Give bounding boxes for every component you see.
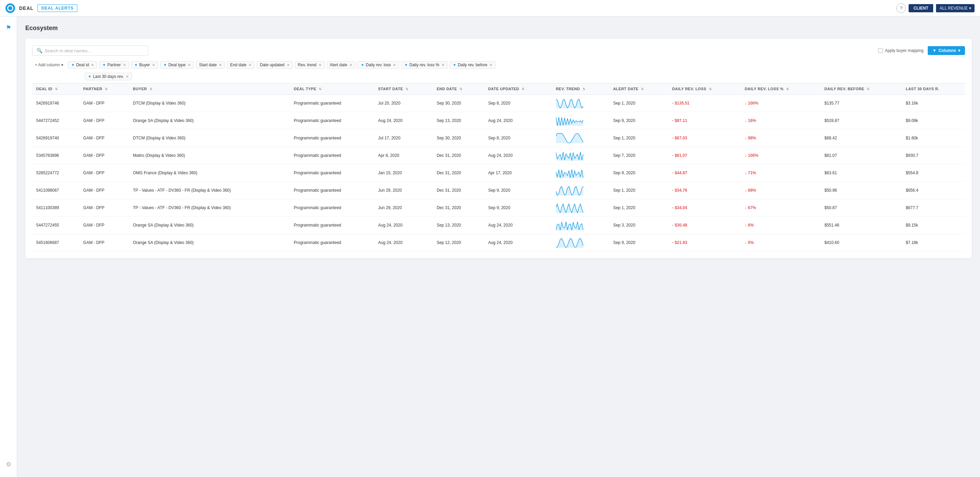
filter-icon: ▼ [932, 48, 937, 53]
cell-date-updated: Sep 9, 2020 [484, 182, 552, 199]
chevron-down-icon: ▾ [61, 62, 63, 67]
col-header-start-date[interactable]: START DATE ⇅ [374, 83, 432, 95]
add-column-label: + Add column [35, 62, 60, 67]
data-table: DEAL ID ⇅ PARTNER ⇅ BUYER ⇅ DEAL TYPE ⇅ … [32, 83, 965, 251]
filter-tag-date-updated[interactable]: Date updated ✕ [257, 61, 293, 69]
cell-buyer: DTCM (Display & Video 360) [129, 95, 290, 112]
cell-rev-trend [552, 234, 609, 251]
col-header-end-date[interactable]: END DATE ⇅ [433, 83, 484, 95]
col-header-daily-rev-before[interactable]: DAILY REV. BEFORE ⇅ [821, 83, 902, 95]
close-icon[interactable]: ✕ [318, 63, 321, 67]
col-header-buyer[interactable]: BUYER ⇅ [129, 83, 290, 95]
close-icon[interactable]: ✕ [489, 63, 492, 67]
cell-deal-type: Programmatic guaranteed [290, 147, 374, 164]
close-icon[interactable]: ✕ [219, 63, 222, 67]
col-header-deal-id[interactable]: DEAL ID ⇅ [32, 83, 79, 95]
close-icon[interactable]: ✕ [126, 75, 129, 79]
cell-end-date: Dec 31, 2020 [433, 182, 484, 199]
col-header-daily-rev-loss-pct[interactable]: DAILY REV. LOSS % ⇅ [740, 83, 820, 95]
deal-label: DEAL [19, 5, 33, 11]
cell-daily-rev-loss-pct: ↓ 98% [740, 129, 820, 147]
filter-tag-buyer[interactable]: ▼ Buyer ✕ [131, 61, 158, 69]
filter-tag-daily-rev-loss[interactable]: ▼ Daily rev. loss ✕ [358, 61, 399, 69]
revenue-button[interactable]: ALL REVENUE ▾ [936, 4, 975, 12]
table-row: 5426919746 GAM - DFP DTCM (Display & Vid… [32, 95, 965, 112]
cell-alert-date: Sep 9, 2020 [609, 112, 668, 129]
close-icon[interactable]: ✕ [349, 63, 352, 67]
cell-daily-rev-loss-pct: ↓ 100% [740, 95, 820, 112]
cell-buyer: DTCM (Display & Video 360) [129, 129, 290, 147]
filter-tag-rev-trend[interactable]: Rev. trend ✕ [295, 61, 325, 69]
filter-tag-alert-date[interactable]: Alert date ✕ [327, 61, 355, 69]
col-header-rev-trend[interactable]: REV. TREND ⇅ [552, 83, 609, 95]
cell-date-updated: Sep 8, 2020 [484, 129, 552, 147]
cell-date-updated: Sep 9, 2020 [484, 199, 552, 217]
cell-deal-id: 5426919746 [32, 95, 79, 112]
cell-alert-date: Sep 1, 2020 [609, 199, 668, 217]
filter-tag-start-date[interactable]: Start date ✕ [196, 61, 225, 69]
table-row: 5447272455 GAM - DFP Orange SA (Display … [32, 217, 965, 234]
table-row: 5411098067 GAM - DFP TP - Values - ATF -… [32, 182, 965, 199]
close-icon[interactable]: ✕ [287, 63, 290, 67]
cell-last-30: $1.60k [902, 129, 965, 147]
search-box[interactable]: 🔍 Search in deal names... [32, 45, 148, 56]
close-icon[interactable]: ✕ [393, 63, 396, 67]
close-icon[interactable]: ✕ [188, 63, 191, 67]
sort-icon: ⇅ [582, 87, 585, 91]
sidebar-icon-chart[interactable]: ⚑ [2, 21, 15, 35]
filter-tag-deal-id[interactable]: ▼ Deal id ✕ [68, 61, 97, 69]
main-content: Ecosystem 🔍 Search in deal names... Appl… [17, 16, 980, 267]
cell-partner: GAM - DFP [79, 112, 129, 129]
table-row: 5447272452 GAM - DFP Orange SA (Display … [32, 112, 965, 129]
close-icon[interactable]: ✕ [152, 63, 155, 67]
cell-last-30: $3.16k [902, 95, 965, 112]
cell-buyer: Orange SA (Display & Video 360) [129, 112, 290, 129]
col-header-date-updated[interactable]: DATE UPDATED ⇅ [484, 83, 552, 95]
filter-tag-end-date[interactable]: End date ✕ [227, 61, 255, 69]
cell-rev-trend [552, 129, 609, 147]
client-button[interactable]: CLIENT [908, 4, 933, 12]
cell-daily-rev-loss: - $44.87 [668, 164, 740, 182]
filter-tag-label: Rev. trend [298, 62, 317, 67]
filter-tag-last-30[interactable]: ▼ Last 30 days rev. ✕ [85, 73, 132, 80]
filter-tag-partner[interactable]: ▼ Partner ✕ [99, 61, 129, 69]
cell-start-date: Aug 24, 2020 [374, 217, 432, 234]
cell-daily-rev-loss-pct: ↓ 67% [740, 199, 820, 217]
add-column-button[interactable]: + Add column ▾ [32, 61, 66, 69]
col-header-daily-rev-loss[interactable]: DAILY REV. LOSS ⇅ [668, 83, 740, 95]
close-icon[interactable]: ✕ [123, 63, 126, 67]
filter-funnel-icon: ▼ [453, 63, 457, 67]
filter-tag-daily-rev-before[interactable]: ▼ Daily rev. before ✕ [450, 61, 495, 69]
col-header-deal-type[interactable]: DEAL TYPE ⇅ [290, 83, 374, 95]
deal-alerts-label[interactable]: DEAL ALERTS [38, 5, 77, 12]
search-icon: 🔍 [37, 48, 42, 53]
close-icon[interactable]: ✕ [91, 63, 94, 67]
close-icon[interactable]: ✕ [248, 63, 251, 67]
apply-mapping-checkbox[interactable] [878, 48, 883, 53]
columns-button[interactable]: ▼ Columns ▾ [928, 46, 965, 55]
filter-tag-label: Daily rev. loss [366, 62, 391, 67]
close-icon[interactable]: ✕ [441, 63, 445, 67]
cell-deal-type: Programmatic guaranteed [290, 129, 374, 147]
filter-tag-label: Deal type [169, 62, 186, 67]
cell-daily-rev-before: $50.96 [821, 182, 902, 199]
cell-date-updated: Aug 24, 2020 [484, 217, 552, 234]
help-button[interactable]: ? [896, 3, 906, 13]
cell-daily-rev-loss-pct: ↓ 100% [740, 147, 820, 164]
cell-deal-id: 5447272455 [32, 217, 79, 234]
table-row: 5411100389 GAM - DFP TP - Values - ATF -… [32, 199, 965, 217]
sort-icon: ⇅ [406, 87, 409, 91]
col-header-partner[interactable]: PARTNER ⇅ [79, 83, 129, 95]
apply-mapping-label[interactable]: Apply buyer mapping [878, 48, 924, 53]
col-header-alert-date[interactable]: ALERT DATE ⇅ [609, 83, 668, 95]
cell-alert-date: Sep 9, 2020 [609, 164, 668, 182]
filter-tag-deal-type[interactable]: ▼ Deal type ✕ [160, 61, 194, 69]
cell-daily-rev-before: $63.61 [821, 164, 902, 182]
filter-tag-label: Partner [107, 62, 121, 67]
cell-daily-rev-before: $61.07 [821, 147, 902, 164]
search-row: 🔍 Search in deal names... Apply buyer ma… [32, 45, 965, 56]
right-controls: Apply buyer mapping ▼ Columns ▾ [878, 46, 965, 55]
filter-tag-daily-rev-loss-pct[interactable]: ▼ Daily rev. loss % ✕ [401, 61, 448, 69]
sort-icon: ⇅ [867, 87, 870, 91]
data-table-wrapper: DEAL ID ⇅ PARTNER ⇅ BUYER ⇅ DEAL TYPE ⇅ … [32, 83, 965, 251]
